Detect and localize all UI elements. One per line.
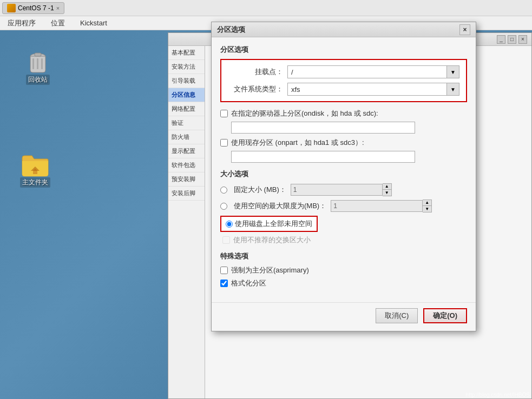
ondisk-checkbox[interactable]	[220, 110, 228, 117]
fs-type-input[interactable]	[287, 83, 459, 96]
dialog-title: 分区选项	[217, 25, 245, 35]
fixed-size-row: 固定大小 (MB)： ▲ ▼	[220, 183, 467, 196]
fixed-size-input-wrap: ▲ ▼	[291, 183, 467, 196]
dialog-close-button[interactable]: ×	[459, 24, 470, 35]
ondisk-row: 在指定的驱动器上分区(ondisk，如 hda 或 sdc):	[220, 109, 467, 118]
trash-label: 回收站	[26, 75, 50, 85]
taskbar-close-btn[interactable]: ×	[56, 5, 60, 11]
partition-section-title: 分区选项	[220, 45, 467, 55]
use-swap-checkbox[interactable]	[222, 236, 230, 244]
ks-sidebar-packages[interactable]: 软件包选	[168, 158, 205, 172]
menu-kickstart[interactable]: Kickstart	[77, 18, 110, 28]
taskbar: CentOS 7 -1 ×	[0, 0, 532, 16]
fixed-size-input[interactable]	[291, 184, 383, 196]
size-section: 大小选项 固定大小 (MB)： ▲ ▼ 使用	[220, 169, 467, 245]
use-swap-row: 使用不推荐的交换区大小	[222, 235, 467, 245]
use-swap-label: 使用不推荐的交换区大小	[233, 235, 311, 245]
max-size-label: 使用空间的最大限度为(MB)：	[234, 201, 326, 211]
special-section-title: 特殊选项	[220, 251, 467, 261]
max-size-up-btn[interactable]: ▲	[423, 200, 431, 206]
partition-options-dialog: 分区选项 × 分区选项 挂载点： ▼ 文件系统类型：	[211, 22, 476, 331]
ondisk-input[interactable]	[231, 122, 415, 134]
special-section: 特殊选项 强制为主分区(asprimary) 格式化分区	[220, 251, 467, 288]
fixed-size-spinner: ▲ ▼	[383, 183, 392, 196]
fixed-size-down-btn[interactable]: ▼	[383, 190, 391, 196]
ks-sidebar-basic[interactable]: 基本配置	[168, 46, 205, 60]
fs-type-row: 文件系统类型： ▼	[228, 83, 459, 96]
onpart-input[interactable]	[231, 151, 415, 163]
primary-partition-row: 强制为主分区(asprimary)	[220, 265, 467, 275]
cancel-button[interactable]: 取消(C)	[376, 308, 418, 323]
fs-type-input-wrap: ▼	[287, 83, 459, 96]
primary-partition-checkbox[interactable]	[220, 267, 228, 274]
bg-window-controls: _ □ ×	[497, 35, 527, 44]
folder-label: 主文件夹	[20, 177, 50, 188]
dialog-body: 分区选项 挂载点： ▼ 文件系统类型： ▼	[212, 37, 476, 300]
svg-rect-2	[37, 58, 38, 69]
mount-point-input-wrap: ▼	[287, 65, 459, 78]
dialog-footer: 取消(C) 确定(O)	[212, 302, 476, 331]
ks-sidebar-display[interactable]: 显示配置	[168, 144, 205, 158]
ks-sidebar-firewall[interactable]: 防火墙	[168, 130, 205, 144]
trash-svg	[25, 49, 51, 75]
ks-sidebar: 基本配置 安装方法 引导装载 分区信息 网络配置 验证 防火墙 显示配置 软件包…	[168, 46, 205, 398]
format-partition-row: 格式化分区	[220, 278, 467, 288]
size-section-title: 大小选项	[220, 169, 467, 179]
primary-partition-label: 强制为主分区(asprimary)	[231, 265, 309, 275]
folder-icon-container[interactable]: 主文件夹	[14, 151, 57, 188]
onpart-checkbox[interactable]	[220, 139, 228, 147]
trash-icon-container[interactable]: 回收站	[16, 49, 60, 85]
max-size-row: 使用空间的最大限度为(MB)： ▲ ▼	[220, 200, 467, 212]
mount-fs-section: 挂载点： ▼ 文件系统类型： ▼	[220, 59, 467, 102]
mount-point-label: 挂载点：	[228, 67, 287, 77]
svg-rect-1	[32, 58, 34, 69]
ondisk-label: 在指定的驱动器上分区(ondisk，如 hda 或 sdc):	[231, 109, 378, 118]
ks-sidebar-pre[interactable]: 预安装脚	[168, 172, 205, 187]
fixed-size-up-btn[interactable]: ▲	[383, 184, 391, 190]
svg-rect-3	[41, 58, 43, 69]
format-partition-label: 格式化分区	[231, 278, 266, 288]
ks-sidebar-auth[interactable]: 验证	[168, 116, 205, 130]
max-size-spinner: ▲ ▼	[423, 200, 432, 212]
onpart-row: 使用现存分区 (onpart，如 hda1 或 sdc3）:	[220, 138, 467, 148]
fs-type-label: 文件系统类型：	[228, 84, 287, 94]
mount-point-dropdown-btn[interactable]: ▼	[446, 65, 459, 78]
use-all-space-radio[interactable]	[226, 221, 233, 228]
max-size-down-btn[interactable]: ▼	[423, 206, 431, 212]
fs-type-dropdown-btn[interactable]: ▼	[446, 83, 459, 96]
onpart-label: 使用现存分区 (onpart，如 hda1 或 sdc3）:	[231, 138, 364, 148]
desktop: CentOS 7 -1 × 应用程序 位置 Kickstart 回收站 主文件夹	[0, 0, 532, 399]
bg-minimize-btn[interactable]: _	[497, 35, 505, 44]
fixed-size-radio[interactable]	[220, 187, 227, 194]
bg-maximize-btn[interactable]: □	[508, 35, 516, 44]
max-size-input-wrap: ▲ ▼	[331, 200, 467, 212]
taskbar-centos-item[interactable]: CentOS 7 -1 ×	[2, 2, 64, 14]
folder-svg	[21, 151, 49, 177]
max-size-input[interactable]	[331, 200, 423, 212]
taskbar-item-label: CentOS 7 -1	[18, 4, 54, 12]
svg-rect-4	[35, 53, 41, 56]
menu-places[interactable]: 位置	[48, 17, 68, 29]
ks-sidebar-post[interactable]: 安装后脚	[168, 187, 205, 201]
max-size-radio[interactable]	[220, 203, 227, 210]
use-all-space-container: 使用磁盘上全部未用空间	[220, 216, 318, 232]
menu-apps[interactable]: 应用程序	[4, 17, 39, 29]
use-all-space-row: 使用磁盘上全部未用空间	[220, 216, 467, 232]
ks-sidebar-install[interactable]: 安装方法	[168, 60, 205, 74]
mount-point-input[interactable]	[287, 65, 459, 78]
format-partition-checkbox[interactable]	[220, 280, 228, 287]
fixed-size-label: 固定大小 (MB)：	[234, 185, 286, 195]
ks-sidebar-partition[interactable]: 分区信息	[168, 88, 205, 102]
use-all-space-label: 使用磁盘上全部未用空间	[235, 219, 312, 229]
mount-point-row: 挂载点： ▼	[228, 65, 459, 78]
ks-sidebar-boot[interactable]: 引导装载	[168, 74, 205, 88]
ok-button[interactable]: 确定(O)	[423, 308, 467, 323]
dialog-titlebar: 分区选项 ×	[212, 22, 476, 37]
bg-close-btn[interactable]: ×	[518, 35, 527, 44]
watermark: http://blog.csdn.net/IHBOS	[466, 392, 530, 398]
ks-sidebar-network[interactable]: 网络配置	[168, 102, 205, 116]
centos-icon	[7, 4, 16, 12]
